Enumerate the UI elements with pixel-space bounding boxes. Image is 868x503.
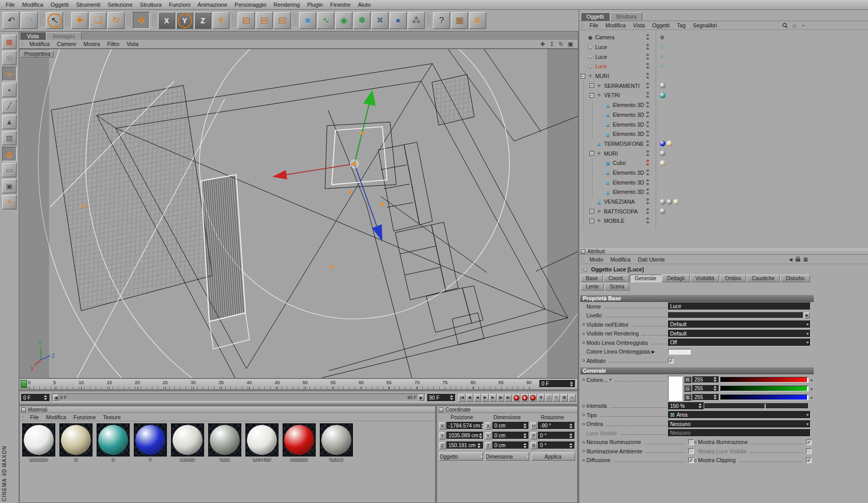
tree-item-vetri[interactable]: −✛VETRI bbox=[579, 90, 868, 100]
menu-rendering[interactable]: Rendering bbox=[270, 2, 304, 8]
menu-struttura[interactable]: Struttura bbox=[136, 2, 165, 8]
menu-animazione[interactable]: Animazione bbox=[194, 2, 230, 8]
spinner-arrows[interactable] bbox=[712, 394, 717, 400]
visibility-dots[interactable] bbox=[646, 112, 649, 118]
visibility-dots[interactable] bbox=[646, 34, 649, 40]
make-editable-button[interactable]: ▦ bbox=[2, 35, 17, 49]
materials-titlebar[interactable]: Materiali bbox=[20, 406, 435, 413]
channel-g-field[interactable]: 255 bbox=[692, 385, 719, 392]
autokeying-button[interactable]: ● bbox=[521, 394, 529, 402]
abilitato-checkbox[interactable]: ✓ bbox=[668, 358, 674, 363]
expander-icon[interactable]: + bbox=[590, 219, 594, 223]
online-updater-button[interactable]: ⊕ bbox=[469, 12, 486, 29]
record-rotation-toggle[interactable]: ↻ bbox=[553, 394, 560, 402]
rotation-b-field[interactable]: 0 ° bbox=[538, 441, 575, 449]
viewport-menu-filtro[interactable]: Filtro bbox=[104, 41, 123, 47]
record-parameter-toggle[interactable]: ▤ bbox=[561, 394, 568, 402]
material-sphere-icon[interactable] bbox=[673, 199, 679, 205]
attr-tab-lente[interactable]: Lente bbox=[581, 283, 604, 291]
use-texture-axis-mode-button[interactable]: ◉ bbox=[2, 147, 17, 161]
om-menu-file[interactable]: File bbox=[586, 22, 602, 28]
tree-item-muri[interactable]: −✛MURI bbox=[579, 71, 868, 81]
lock-z-axis-button[interactable]: Z bbox=[194, 12, 211, 29]
channel-b-field[interactable]: 255 bbox=[692, 394, 719, 401]
search-icon[interactable] bbox=[781, 22, 788, 29]
nome-field[interactable]: Luce bbox=[668, 302, 811, 310]
visibility-dots[interactable] bbox=[646, 160, 649, 166]
workplane-button[interactable]: ✳ bbox=[2, 195, 17, 209]
channel-r-gradient[interactable] bbox=[720, 377, 809, 383]
tree-item-muri[interactable]: −✛MURI bbox=[579, 148, 868, 158]
redo-button[interactable]: ↷ bbox=[21, 12, 38, 29]
expander-icon[interactable]: + bbox=[590, 209, 594, 214]
record-position-toggle[interactable]: ✚ bbox=[537, 394, 545, 402]
expander-icon[interactable]: + bbox=[590, 83, 594, 88]
color-swatch[interactable] bbox=[668, 376, 683, 401]
attr-tab-generale[interactable]: Generale bbox=[630, 275, 661, 282]
next-frame-button[interactable]: ▶ bbox=[489, 394, 497, 402]
material-sphere-icon[interactable] bbox=[667, 141, 672, 146]
use-animation-mode-button[interactable]: ▭ bbox=[2, 163, 17, 177]
viewport-menu-vista[interactable]: Vista bbox=[123, 41, 142, 47]
channel-g-button[interactable]: G bbox=[684, 385, 691, 392]
material-sphere-icon[interactable] bbox=[667, 199, 672, 205]
lock-x-axis-button[interactable]: X bbox=[158, 12, 175, 29]
goto-end-button[interactable]: ▶| bbox=[505, 394, 512, 402]
tree-item-elemento-3d[interactable]: ▲Elemento 3D bbox=[579, 129, 868, 139]
add-spline-button[interactable]: ∿ bbox=[317, 12, 334, 29]
active-tool-button[interactable]: ✚ bbox=[133, 12, 150, 29]
prev-frame-button[interactable]: ◀ bbox=[474, 394, 481, 402]
materials-menu-texture[interactable]: Texture bbox=[99, 414, 124, 420]
use-point-mode-button[interactable]: ▪ bbox=[2, 83, 17, 97]
record-options-button[interactable]: ◦ bbox=[529, 394, 537, 402]
visibility-dots[interactable] bbox=[646, 131, 649, 137]
grid-icon[interactable]: ▦ bbox=[803, 256, 808, 262]
coordinates-titlebar[interactable]: Coordinate bbox=[437, 406, 577, 413]
tree-item-elemento-3d[interactable]: ▲Elemento 3D bbox=[579, 100, 868, 110]
spinner-arrows[interactable] bbox=[478, 432, 483, 439]
record-keyframe-button[interactable]: + bbox=[513, 394, 520, 402]
visibility-dots[interactable] bbox=[646, 54, 649, 60]
dimension-y-field[interactable]: 0 cm bbox=[492, 432, 530, 439]
attr-tab-disturbo[interactable]: Disturbo bbox=[780, 275, 810, 282]
material-battisi[interactable]: BATTISI bbox=[244, 423, 280, 462]
render-picture-viewer-button[interactable]: ▤ bbox=[256, 12, 273, 29]
material-5[interactable]: 5 bbox=[58, 423, 94, 462]
material-3[interactable]: 3 bbox=[95, 423, 131, 462]
spinner-arrows[interactable] bbox=[568, 432, 573, 439]
render-view-button[interactable]: ▤ bbox=[238, 12, 255, 29]
collapse-icon[interactable]: − bbox=[800, 22, 807, 29]
om-menu-modifica[interactable]: Modifica bbox=[602, 22, 629, 28]
viewport-tab-immagini[interactable]: Immagini bbox=[46, 32, 82, 40]
applica-button[interactable]: Applica bbox=[531, 452, 575, 461]
current-frame-field[interactable]: 0 F bbox=[539, 380, 576, 388]
visibility-dots[interactable] bbox=[646, 208, 649, 215]
livello-bar[interactable] bbox=[668, 312, 803, 318]
attr-tab-scena[interactable]: Scena bbox=[605, 283, 629, 291]
spinner-arrows[interactable] bbox=[43, 394, 48, 401]
menu-personaggio[interactable]: Personaggio bbox=[231, 2, 270, 8]
spinner-arrows[interactable] bbox=[522, 442, 527, 449]
attr-tab-visibilit-[interactable]: Visibilità bbox=[690, 275, 720, 282]
material-ven-2[interactable]: VEN 2 bbox=[318, 423, 354, 462]
spinner-arrows[interactable] bbox=[569, 380, 574, 387]
attr-tab-base[interactable]: Base bbox=[581, 275, 603, 282]
render-settings-button[interactable]: ▤ bbox=[274, 12, 291, 29]
viewport-menu-modifica[interactable]: Modifica bbox=[26, 41, 53, 47]
visibility-dots[interactable] bbox=[646, 121, 649, 128]
position-z-field[interactable]: 150.191 cm bbox=[446, 441, 484, 449]
record-scale-toggle[interactable]: ❏ bbox=[545, 394, 552, 402]
ombra-dropdown[interactable]: Nessuno▾ bbox=[668, 420, 811, 428]
check-badge-icon[interactable]: ✓ bbox=[660, 54, 664, 59]
visibile-rendering-dropdown[interactable]: Default▾ bbox=[668, 330, 811, 338]
menu-plugin[interactable]: Plugin bbox=[303, 2, 327, 8]
view-rotate-icon[interactable]: ↻ bbox=[557, 40, 565, 48]
lock-y-axis-button[interactable]: Y bbox=[176, 12, 193, 29]
check-badge-icon[interactable]: ✓ bbox=[660, 44, 664, 50]
menu-oggetti[interactable]: Oggetti bbox=[47, 2, 72, 8]
attr-tab-dettagli[interactable]: Dettagli bbox=[662, 275, 690, 282]
intensita-slider[interactable] bbox=[704, 403, 809, 409]
material-sphere-icon[interactable] bbox=[660, 199, 665, 205]
tree-item-elemento-3d[interactable]: ▲Elemento 3D bbox=[579, 119, 868, 129]
channel-b-gradient[interactable] bbox=[720, 394, 809, 400]
